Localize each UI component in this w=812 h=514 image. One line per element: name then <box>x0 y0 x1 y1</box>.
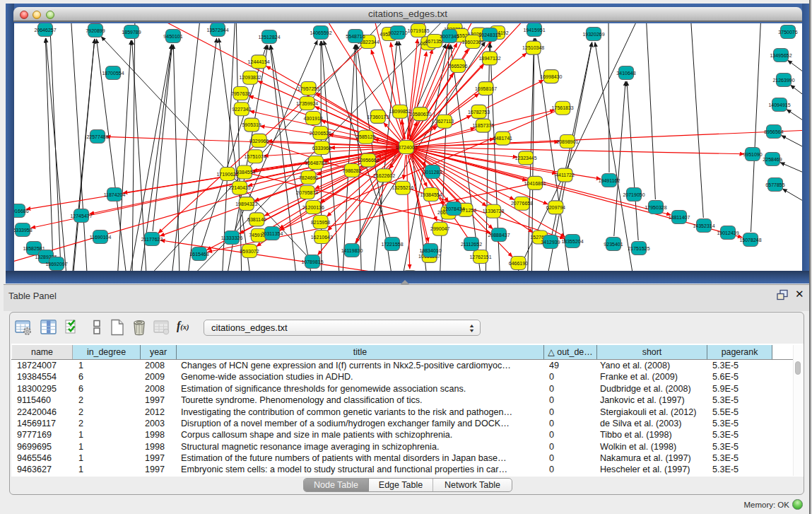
close-panel-icon[interactable]: ✕ <box>795 288 804 300</box>
memory-status-led[interactable] <box>792 499 803 510</box>
header-cell-name[interactable]: name <box>12 345 73 359</box>
header-cell-year[interactable]: year <box>141 345 177 359</box>
new-table-icon[interactable] <box>108 318 126 337</box>
graph-node-label: 9951090 <box>743 152 762 157</box>
tab-edge-table[interactable]: Edge Table <box>368 479 433 491</box>
table-row[interactable]: 977716911998Corpus callosum shape and si… <box>11 429 804 440</box>
cell: 9465546 <box>17 452 73 464</box>
graph-node-label: 2258469 <box>763 157 782 162</box>
cell: Disruption of a novel member of a sodium… <box>181 418 544 429</box>
table-settings-icon[interactable] <box>14 318 33 337</box>
cell: 2012 <box>145 407 177 418</box>
graph-edge[interactable] <box>153 45 172 231</box>
table-row[interactable]: 946554611997Estimation of the future num… <box>11 452 804 464</box>
table-header[interactable]: namein_degreeyeartitle△ out_de…shortpage… <box>11 345 793 360</box>
graph-edge[interactable] <box>627 81 638 240</box>
graph-edge[interactable] <box>45 38 55 271</box>
graph-edge[interactable] <box>608 23 609 173</box>
graph-node-label: 9022710 <box>388 30 407 35</box>
delete-table-icon[interactable] <box>130 318 148 337</box>
table-row[interactable]: 1938455462009Genome-wide association stu… <box>11 371 804 382</box>
graph-node-label: 11874204 <box>104 192 126 197</box>
graph-node-label: 10956662 <box>358 158 379 163</box>
table-row[interactable]: 969969511998Structural magnetic resonanc… <box>11 441 804 452</box>
table-row[interactable]: 2242004622012Investigating the contribut… <box>11 407 804 418</box>
table-row[interactable]: 1456911722003Disruption of a novel membe… <box>11 418 804 429</box>
tab-network-table[interactable]: Network Table <box>433 479 512 491</box>
graph-node-label: 6209794 <box>546 205 565 210</box>
graph-node-label: 9593072 <box>240 249 259 254</box>
graph-edge[interactable] <box>414 128 476 145</box>
graph-edge[interactable] <box>614 81 625 236</box>
cell: 18724007 <box>17 360 73 371</box>
graph-node-label: 20888437 <box>488 233 510 238</box>
cell: 2 <box>78 407 141 418</box>
cell: 1997 <box>145 395 177 406</box>
table-row[interactable]: 1872400712008Changes of HCN gene express… <box>11 360 804 371</box>
graph-edge[interactable] <box>173 45 180 271</box>
graph-edge[interactable] <box>49 23 61 271</box>
network-canvas[interactable]: 9593072745913353811401989432322140435193… <box>14 23 802 271</box>
table-body[interactable]: 1872400712008Changes of HCN gene express… <box>11 360 807 476</box>
graph-node-label: 14065592 <box>310 30 331 35</box>
splitter-grip-icon[interactable] <box>401 280 409 284</box>
header-cell-pagerank[interactable]: pagerank <box>707 345 772 359</box>
graph-edge[interactable] <box>751 23 762 232</box>
cell: 0 <box>549 395 597 406</box>
graph-node-label: 20776658 <box>511 201 533 206</box>
cell: 2 <box>78 395 141 406</box>
graph-node-label: 10248318 <box>478 33 500 37</box>
graph-edge[interactable] <box>171 23 201 271</box>
graph-edge[interactable] <box>330 147 399 148</box>
header-cell-short[interactable]: short <box>597 345 707 359</box>
graph-edge[interactable] <box>782 136 802 156</box>
graph-node-label: 12512824 <box>258 35 280 40</box>
graph-node-label: 5548716 <box>346 34 365 39</box>
frame-border-left <box>6 4 14 284</box>
column-chooser-icon[interactable] <box>88 318 106 337</box>
table-row[interactable]: 946362711997Embryonic stem cells: a mode… <box>11 464 804 475</box>
graph-node-label: 21112652 <box>461 242 482 247</box>
graph-edge[interactable] <box>646 23 655 199</box>
cell: Structural magnetic resonance image aver… <box>181 441 544 452</box>
table-scrollbar[interactable] <box>793 345 803 476</box>
table-panel-header: Table Panel ✕ <box>4 285 810 311</box>
table-row[interactable]: 1830029562008Estimation of significance … <box>11 383 804 395</box>
graph-node-label: 5905319 <box>242 122 261 127</box>
graph-edge[interactable] <box>690 23 703 218</box>
close-traffic-light[interactable] <box>20 11 28 19</box>
graph-node-label: 21177623 <box>141 237 163 242</box>
cell: Franke et al. (2009) <box>600 371 707 382</box>
graph-edge[interactable] <box>389 153 401 169</box>
select-columns-icon[interactable] <box>64 318 82 337</box>
graph-node-label: 17360173 <box>367 115 389 119</box>
graph-node-label: 19320269 <box>582 32 604 37</box>
graph-node-label: 19415951 <box>523 28 545 33</box>
graph-node-label: 13016686 <box>14 209 29 214</box>
graph-edge[interactable] <box>791 85 803 107</box>
cell: Investigating the contribution of common… <box>181 407 544 418</box>
graph-edge[interactable] <box>414 129 802 147</box>
application-desktop: citations_edges.txt 95930727459133538114… <box>0 0 812 514</box>
graph-node-label: 3007345 <box>440 34 459 39</box>
minimize-traffic-light[interactable] <box>33 11 41 19</box>
scrollbar-thumb[interactable] <box>795 361 801 375</box>
cell: 49 <box>549 360 597 371</box>
zoom-traffic-light[interactable] <box>46 11 54 19</box>
tab-node-table[interactable]: Node Table <box>304 479 368 491</box>
graph-node-label: 3627113 <box>435 119 454 124</box>
graph-edge[interactable] <box>132 23 135 271</box>
header-cell-out_de[interactable]: △ out_de… <box>544 345 597 359</box>
graph-edge[interactable] <box>782 189 802 211</box>
show-columns-icon[interactable] <box>40 318 58 337</box>
network-selector[interactable]: citations_edges.txt ▲▼ <box>204 320 481 336</box>
graph-edge[interactable] <box>787 110 802 132</box>
table-row[interactable]: 911546021997Tourette syndrome. Phenomeno… <box>11 395 804 406</box>
float-panel-icon[interactable] <box>776 289 789 304</box>
window-titlebar[interactable]: citations_edges.txt <box>13 7 802 22</box>
header-cell-in_degree[interactable]: in_degree <box>73 345 141 359</box>
header-cell-title[interactable]: title <box>177 345 544 359</box>
graph-node-label: 3410648 <box>616 71 635 76</box>
graph-edge[interactable] <box>780 163 802 180</box>
function-builder-icon[interactable]: f(x) <box>177 320 195 338</box>
